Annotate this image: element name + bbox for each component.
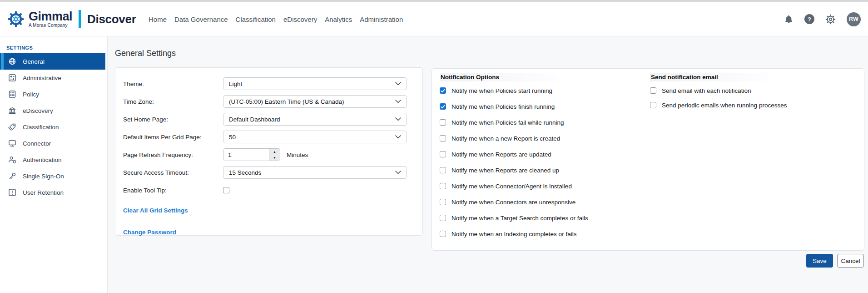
- sliders-square-icon: [8, 74, 16, 82]
- items-per-page-row: Default Items Per Grid Page: 50: [115, 131, 422, 143]
- sidebar-item-label: Policy: [23, 91, 39, 98]
- save-button[interactable]: Save: [806, 254, 833, 268]
- notification-options-title: Notification Options: [440, 73, 560, 81]
- clear-grid-settings-link[interactable]: Clear All Grid Settings: [123, 207, 188, 214]
- nav-analytics[interactable]: Analytics: [325, 15, 352, 23]
- checkbox[interactable]: [440, 151, 446, 157]
- timezone-select[interactable]: (UTC-05:00) Eastern Time (US & Canada): [223, 95, 407, 108]
- refresh-frequency-row: Page Refresh Frequency: ▲ ▼ Minutes: [115, 148, 422, 161]
- theme-select[interactable]: Light: [223, 77, 407, 90]
- checkbox[interactable]: [440, 215, 446, 221]
- sidebar-item-label: User Retention: [23, 189, 64, 196]
- refresh-frequency-input[interactable]: [223, 149, 269, 161]
- refresh-frequency-stepper: ▲ ▼: [223, 148, 280, 161]
- gimmal-gear-logo-icon: [6, 10, 25, 29]
- secure-timeout-label: Secure Access Timeout:: [123, 169, 223, 176]
- sidebar-item-user-retention[interactable]: User Retention: [0, 184, 107, 201]
- nav-data-governance[interactable]: Data Governance: [174, 15, 228, 23]
- checkbox[interactable]: [440, 119, 446, 126]
- theme-label: Theme:: [123, 81, 223, 87]
- change-password-link[interactable]: Change Password: [123, 229, 422, 236]
- user-shield-icon: [8, 156, 16, 164]
- stepper-up-icon[interactable]: ▲: [269, 149, 280, 155]
- refresh-frequency-units: Minutes: [287, 152, 308, 158]
- sidebar-item-single-sign-on[interactable]: Single Sign-On: [0, 168, 107, 184]
- notification-option-row: Notify me when Policies start running: [440, 87, 642, 94]
- checkbox[interactable]: [440, 167, 446, 173]
- home-page-select[interactable]: Default Dashboard: [223, 113, 407, 126]
- notification-option-row: Notify me when a Target Search completes…: [440, 214, 642, 222]
- app-logo[interactable]: Gimmal A Morae Company Discover: [6, 7, 136, 31]
- checkbox-label: Send periodic emails when running proces…: [662, 102, 787, 109]
- product-name: Discover: [87, 12, 136, 26]
- notification-option-row: Notify me when Connector/Agent is instal…: [440, 182, 642, 190]
- sidebar-item-label: eDiscovery: [23, 107, 53, 114]
- brand-divider: [79, 10, 81, 28]
- notifications-bell-icon[interactable]: [784, 15, 794, 24]
- items-per-page-select[interactable]: 50: [223, 131, 407, 143]
- checkbox[interactable]: [650, 87, 656, 94]
- help-icon[interactable]: ?: [804, 14, 814, 24]
- sidebar-item-label: Connector: [23, 140, 51, 147]
- notification-option-row: Notify me when an Indexing completes or …: [440, 230, 642, 237]
- checkbox[interactable]: [440, 199, 446, 205]
- notifications-card: Notification Options Notify me when Poli…: [432, 68, 864, 251]
- chevron-down-icon: [395, 100, 401, 103]
- chevron-down-icon: [395, 117, 401, 121]
- main-nav: Home Data Governance Classification eDis…: [149, 2, 403, 36]
- theme-value: Light: [229, 81, 242, 87]
- notification-option-row: Notify me when a new Report is created: [440, 135, 642, 142]
- theme-row: Theme: Light: [115, 77, 422, 90]
- nav-classification[interactable]: Classification: [236, 15, 276, 23]
- checkbox-label: Notify me when Policies fail while runni…: [451, 119, 564, 126]
- globe-icon: [8, 57, 16, 66]
- home-page-value: Default Dashboard: [229, 116, 280, 123]
- tooltip-checkbox[interactable]: [223, 187, 229, 193]
- sidebar-section-label: SETTINGS: [6, 45, 107, 51]
- sidebar-item-general[interactable]: General: [0, 53, 105, 70]
- sidebar-item-label: Single Sign-On: [23, 173, 64, 180]
- sidebar-item-authentication[interactable]: Authentication: [0, 152, 107, 168]
- notification-option-row: Notify me when Policies fail while runni…: [440, 119, 642, 126]
- checkbox[interactable]: [440, 103, 446, 110]
- checkbox[interactable]: [440, 87, 446, 94]
- settings-gear-icon[interactable]: [825, 14, 836, 25]
- sidebar-item-classification[interactable]: Classification: [0, 119, 107, 135]
- checkbox-label: Notify me when an Indexing completes or …: [451, 231, 576, 237]
- sidebar-item-connector[interactable]: Connector: [0, 135, 107, 152]
- chevron-down-icon: [395, 82, 401, 86]
- tags-icon: [8, 123, 16, 131]
- nav-administration[interactable]: Administration: [360, 15, 403, 23]
- user-avatar[interactable]: RW: [847, 12, 861, 26]
- list-square-icon: [8, 90, 16, 98]
- timezone-value: (UTC-05:00) Eastern Time (US & Canada): [229, 98, 344, 105]
- settings-sidebar: SETTINGS General Administrative Policy e…: [0, 36, 108, 293]
- cancel-button[interactable]: Cancel: [837, 254, 864, 268]
- brand-tagline: A Morae Company: [29, 23, 72, 28]
- app-header: Gimmal A Morae Company Discover Home Dat…: [0, 2, 868, 36]
- checkbox[interactable]: [440, 135, 446, 141]
- checkbox-label: Notify me when a Target Search completes…: [451, 215, 588, 222]
- email-option-row: Send periodic emails when running proces…: [650, 101, 859, 109]
- chevron-down-icon: [395, 135, 401, 139]
- header-icons: ? RW: [784, 2, 861, 36]
- nav-home[interactable]: Home: [149, 15, 167, 23]
- refresh-frequency-label: Page Refresh Frequency:: [123, 152, 223, 158]
- nav-ediscovery[interactable]: eDiscovery: [283, 15, 317, 23]
- sidebar-item-administrative[interactable]: Administrative: [0, 70, 107, 86]
- secure-timeout-select[interactable]: 15 Seconds: [223, 166, 407, 179]
- sidebar-item-ediscovery[interactable]: eDiscovery: [0, 102, 107, 119]
- sidebar-item-policy[interactable]: Policy: [0, 86, 107, 102]
- stepper-down-icon[interactable]: ▼: [269, 155, 280, 161]
- alert-square-icon: [8, 188, 16, 197]
- checkbox[interactable]: [440, 231, 446, 237]
- chevron-down-icon: [395, 171, 401, 174]
- stepper-buttons: ▲ ▼: [269, 149, 280, 161]
- checkbox[interactable]: [440, 183, 446, 189]
- sidebar-item-label: Classification: [23, 124, 59, 131]
- notification-option-row: Notify me when Connectors are unresponsi…: [440, 198, 642, 206]
- checkbox-label: Notify me when Reports are updated: [451, 151, 551, 158]
- checkbox-label: Notify me when Connector/Agent is instal…: [451, 183, 572, 190]
- checkbox[interactable]: [650, 102, 656, 108]
- items-per-page-value: 50: [229, 134, 236, 141]
